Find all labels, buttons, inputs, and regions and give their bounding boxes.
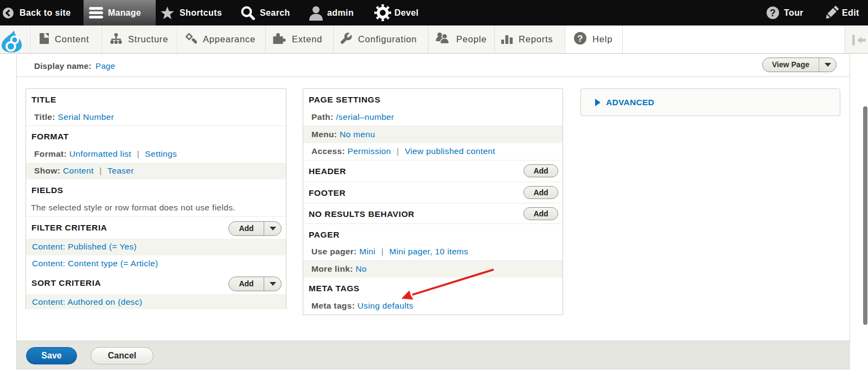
svg-text:?: ?: [770, 8, 776, 18]
svg-text:?: ?: [577, 34, 583, 44]
